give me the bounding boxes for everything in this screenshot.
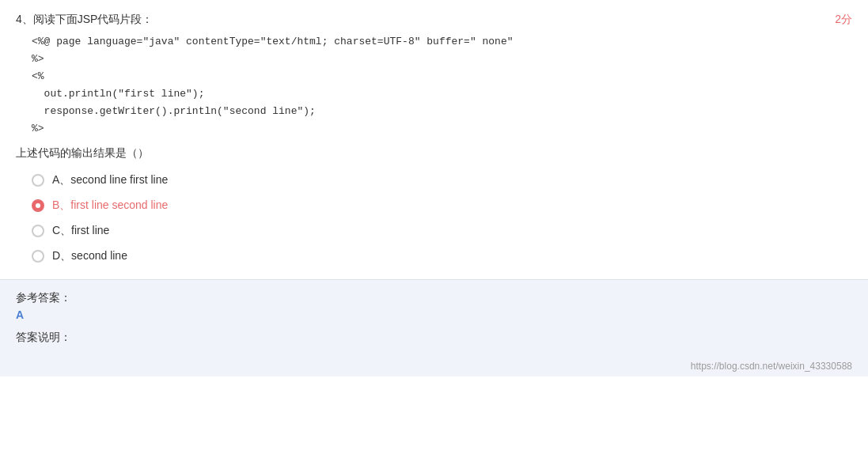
radio-b bbox=[32, 199, 44, 212]
explanation-label: 答案说明： bbox=[16, 331, 852, 345]
option-label-a: A、second line first line bbox=[52, 173, 168, 187]
option-label-b: B、first line second line bbox=[52, 199, 168, 213]
answer-section: 参考答案： A 答案说明： bbox=[0, 279, 868, 356]
radio-d bbox=[32, 250, 44, 263]
radio-c bbox=[32, 225, 44, 237]
question-prompt: 上述代码的输出结果是（） bbox=[16, 146, 852, 161]
answer-value: A bbox=[16, 308, 852, 321]
options-list: A、second line first lineB、first line sec… bbox=[32, 173, 852, 263]
option-item-d[interactable]: D、second line bbox=[32, 249, 852, 263]
option-item-b[interactable]: B、first line second line bbox=[32, 199, 852, 213]
option-label-c: C、first line bbox=[52, 224, 109, 238]
option-item-c[interactable]: C、first line bbox=[32, 224, 852, 238]
option-item-a[interactable]: A、second line first line bbox=[32, 173, 852, 187]
csdn-link-container: https://blog.csdn.net/weixin_43330588 bbox=[0, 356, 868, 376]
radio-a bbox=[32, 174, 44, 187]
answer-label: 参考答案： bbox=[16, 291, 852, 305]
question-score: 2分 bbox=[835, 13, 852, 27]
question-container: 4、阅读下面JSP代码片段： 2分 <%@ page language="jav… bbox=[0, 0, 868, 263]
csdn-link[interactable]: https://blog.csdn.net/weixin_43330588 bbox=[691, 361, 852, 372]
question-number: 4、阅读下面JSP代码片段： bbox=[16, 13, 153, 27]
option-label-d: D、second line bbox=[52, 249, 127, 263]
question-header: 4、阅读下面JSP代码片段： 2分 bbox=[16, 13, 852, 27]
code-block: <%@ page language="java" contentType="te… bbox=[32, 33, 852, 138]
